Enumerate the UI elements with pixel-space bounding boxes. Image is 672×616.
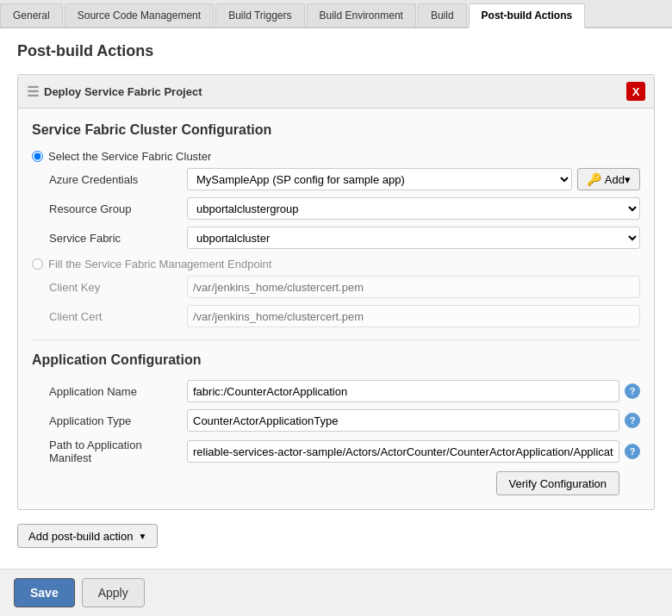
client-cert-input[interactable]	[187, 305, 640, 327]
app-manifest-input[interactable]	[187, 440, 619, 463]
app-type-help-icon[interactable]: ?	[625, 413, 640, 428]
app-type-label: Application Type	[49, 414, 187, 427]
radio-select-cluster-label: Select the Service Fabric Cluster	[48, 150, 211, 163]
azure-credentials-label: Azure Credentials	[49, 173, 187, 186]
service-fabric-select[interactable]: ubportalcluster	[187, 227, 640, 249]
resource-group-select[interactable]: ubportalclustergroup	[187, 197, 640, 220]
resource-group-label: Resource Group	[49, 202, 187, 215]
tab-build[interactable]: Build	[418, 3, 467, 27]
radio-select-cluster: Select the Service Fabric Cluster	[32, 150, 640, 163]
verify-configuration-button[interactable]: Verify Configuration	[496, 471, 619, 495]
app-config-heading: Application Configuration	[32, 352, 640, 368]
bottom-bar: Save Apply	[0, 569, 672, 616]
add-postbuild-row: Add post-build action ▼	[17, 524, 655, 548]
service-fabric-control: ubportalcluster	[187, 227, 640, 249]
resource-group-field: Resource Group ubportalclustergroup	[32, 197, 640, 220]
add-postbuild-button[interactable]: Add post-build action ▼	[17, 524, 158, 548]
app-type-field: Application Type ?	[32, 409, 640, 432]
azure-credentials-control: MySampleApp (SP config for sample app) 🔑…	[187, 168, 640, 190]
deploy-section: ☰ Deploy Service Fabric Project X Servic…	[17, 74, 655, 510]
fill-endpoint-section: Fill the Service Fabric Management Endpo…	[32, 258, 640, 327]
app-name-help-icon[interactable]: ?	[625, 383, 640, 399]
cluster-config-heading: Service Fabric Cluster Configuration	[32, 122, 640, 138]
radio-select-cluster-input[interactable]	[32, 151, 43, 162]
radio-fill-endpoint-input[interactable]	[32, 258, 43, 270]
service-fabric-label: Service Fabric	[49, 232, 187, 245]
client-key-field: Client Key	[32, 276, 640, 298]
key-icon: 🔑	[587, 172, 601, 186]
app-type-control: ?	[187, 409, 640, 432]
deploy-section-header: ☰ Deploy Service Fabric Project X	[18, 75, 654, 109]
resource-group-control: ubportalclustergroup	[187, 197, 640, 220]
dropdown-arrow-icon: ▼	[138, 532, 146, 541]
drag-handle-icon: ☰	[27, 84, 39, 100]
app-manifest-control: ?	[187, 440, 640, 463]
app-manifest-field: Path to Application Manifest ?	[32, 439, 640, 464]
client-key-label: Client Key	[49, 281, 187, 294]
apply-button[interactable]: Apply	[82, 578, 145, 607]
client-key-input[interactable]	[187, 276, 640, 298]
main-content: Post-build Actions ☰ Deploy Service Fabr…	[0, 28, 672, 614]
app-name-control: ?	[187, 380, 640, 402]
app-manifest-label: Path to Application Manifest	[49, 439, 187, 464]
client-cert-field: Client Cert	[32, 305, 640, 327]
deploy-section-body: Service Fabric Cluster Configuration Sel…	[18, 109, 654, 509]
tab-post-build-actions[interactable]: Post-build Actions	[469, 3, 586, 28]
radio-fill-endpoint: Fill the Service Fabric Management Endpo…	[32, 258, 640, 271]
azure-credentials-select[interactable]: MySampleApp (SP config for sample app)	[187, 168, 572, 190]
verify-btn-row: Verify Configuration	[32, 471, 640, 495]
tab-bar: General Source Code Management Build Tri…	[0, 0, 672, 28]
section-divider	[32, 339, 640, 340]
app-manifest-help-icon[interactable]: ?	[625, 444, 640, 459]
azure-credentials-field: Azure Credentials MySampleApp (SP config…	[32, 168, 640, 190]
deploy-section-title: ☰ Deploy Service Fabric Project	[27, 84, 202, 100]
add-credentials-button[interactable]: 🔑 Add▾	[577, 168, 640, 190]
client-cert-label: Client Cert	[49, 310, 187, 323]
app-name-input[interactable]	[187, 380, 619, 402]
add-postbuild-label: Add post-build action	[28, 530, 133, 543]
deploy-section-title-text: Deploy Service Fabric Project	[44, 85, 202, 98]
app-name-label: Application Name	[49, 385, 187, 398]
app-config-section: Application Configuration Application Na…	[32, 352, 640, 495]
client-key-control	[187, 276, 640, 298]
app-name-field: Application Name ?	[32, 380, 640, 402]
radio-fill-endpoint-label: Fill the Service Fabric Management Endpo…	[48, 258, 271, 271]
tab-build-environment[interactable]: Build Environment	[307, 3, 416, 27]
save-button[interactable]: Save	[14, 578, 75, 607]
app-type-input[interactable]	[187, 409, 619, 432]
service-fabric-field: Service Fabric ubportalcluster	[32, 227, 640, 249]
tab-general[interactable]: General	[0, 3, 63, 27]
tab-build-triggers[interactable]: Build Triggers	[215, 3, 304, 27]
add-credentials-label: Add▾	[605, 173, 631, 186]
page-title: Post-build Actions	[17, 42, 655, 60]
tab-source-code-management[interactable]: Source Code Management	[65, 3, 214, 27]
radio-group: Select the Service Fabric Cluster Azure …	[32, 150, 640, 249]
client-cert-control	[187, 305, 640, 327]
close-deploy-button[interactable]: X	[626, 82, 645, 101]
